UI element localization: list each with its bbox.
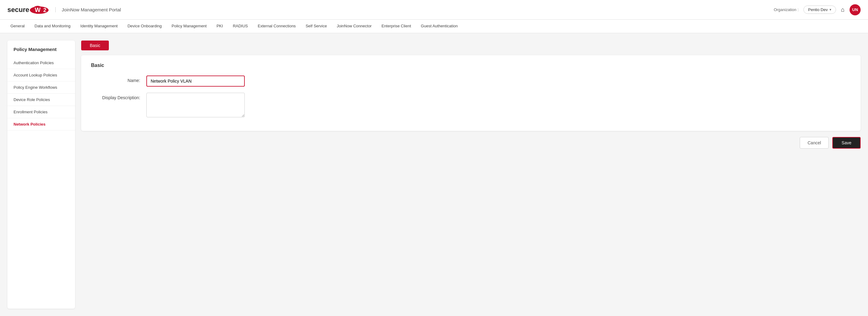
avatar[interactable]: UN: [849, 4, 861, 15]
content-area: Policy Management Authentication Policie…: [0, 33, 868, 316]
nav-item-device-onboarding[interactable]: Device Onboarding: [123, 21, 166, 32]
logo-badge: W2: [30, 6, 49, 14]
logo: secureW2: [7, 6, 49, 14]
chevron-down-icon: ▾: [830, 8, 831, 12]
nav-item-identity-management[interactable]: Identity Management: [76, 21, 122, 32]
form-row-description: Display Description:: [91, 93, 851, 117]
form-section-title: Basic: [91, 63, 851, 68]
sidebar-item-device-role[interactable]: Device Role Policies: [7, 94, 75, 106]
save-button[interactable]: Save: [832, 137, 861, 149]
nav-item-policy-management[interactable]: Policy Management: [167, 21, 211, 32]
portal-name: JoinNow Management Portal: [55, 7, 121, 12]
sidebar-item-network-policies[interactable]: Network Policies: [7, 118, 75, 131]
org-value: Pentio Dev: [808, 7, 828, 12]
home-icon[interactable]: ⌂: [841, 6, 845, 13]
form-row-name: Name:: [91, 75, 851, 86]
description-textarea[interactable]: [146, 93, 245, 117]
topbar: secureW2 JoinNow Management Portal Organ…: [0, 0, 868, 20]
form-card: Basic Name: Display Description:: [81, 55, 861, 131]
tab-basic[interactable]: Basic: [81, 40, 109, 50]
org-label: Organization :: [774, 7, 799, 12]
sidebar-title: Policy Management: [7, 47, 75, 57]
sidebar-item-policy-engine[interactable]: Policy Engine Workflows: [7, 81, 75, 94]
nav-item-enterprise-client[interactable]: Enterprise Client: [377, 21, 415, 32]
tab-bar: Basic: [81, 40, 861, 50]
description-label: Display Description:: [91, 93, 140, 100]
nav-item-pki[interactable]: PKI: [212, 21, 227, 32]
brand-logo: secureW2: [7, 6, 49, 14]
nav-item-data-monitoring[interactable]: Data and Monitoring: [30, 21, 75, 32]
nav-item-general[interactable]: General: [6, 21, 29, 32]
action-bar: Cancel Save: [81, 137, 861, 149]
sidebar-item-auth-policies[interactable]: Authentication Policies: [7, 57, 75, 69]
name-label: Name:: [91, 75, 140, 83]
sidebar-item-enrollment[interactable]: Enrollment Policies: [7, 106, 75, 118]
navbar: General Data and Monitoring Identity Man…: [0, 20, 868, 33]
nav-item-self-service[interactable]: Self Service: [301, 21, 331, 32]
sidebar: Policy Management Authentication Policie…: [7, 40, 75, 309]
topbar-right: Organization : Pentio Dev ▾ ⌂ UN: [774, 4, 861, 15]
nav-item-radius[interactable]: RADIUS: [228, 21, 252, 32]
org-selector[interactable]: Pentio Dev ▾: [803, 5, 836, 14]
cancel-button[interactable]: Cancel: [800, 137, 829, 149]
name-input[interactable]: [146, 75, 245, 86]
sidebar-item-account-lookup[interactable]: Account Lookup Policies: [7, 69, 75, 81]
nav-item-guest-authentication[interactable]: Guest Authentication: [416, 21, 462, 32]
nav-item-external-connections[interactable]: External Connections: [253, 21, 300, 32]
main-panel: Basic Basic Name: Display Description: C…: [81, 40, 861, 309]
nav-item-joinnow-connector[interactable]: JoinNow Connector: [332, 21, 376, 32]
